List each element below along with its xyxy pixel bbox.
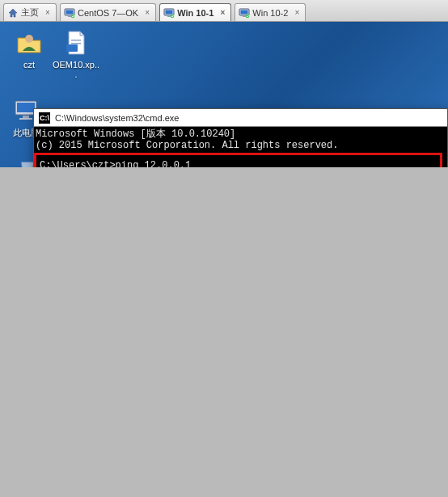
close-icon[interactable]: × xyxy=(218,8,227,18)
tab-strip: 主页 × CentOS 7—OK × Win 10-1 × Win 10-2 × xyxy=(0,0,448,22)
person-folder-icon xyxy=(15,28,44,57)
svg-point-12 xyxy=(25,35,33,43)
home-icon xyxy=(7,7,19,19)
desktop[interactable]: czt OEM10.xp... 此电脑 xyxy=(0,22,448,167)
svg-rect-5 xyxy=(166,10,173,14)
svg-rect-18 xyxy=(17,103,35,112)
tab-label: 主页 xyxy=(21,6,39,19)
svg-rect-10 xyxy=(243,15,246,17)
tab-label: Win 10-1 xyxy=(177,8,213,18)
close-icon[interactable]: × xyxy=(43,8,53,18)
monitor-icon xyxy=(163,7,175,19)
svg-rect-6 xyxy=(167,15,171,17)
cmd-icon: C:\ xyxy=(39,112,50,124)
cmd-titlebar[interactable]: C:\ C:\Windows\system32\cmd.exe xyxy=(34,109,447,127)
close-icon[interactable]: × xyxy=(142,8,152,18)
tab-label: Win 10-2 xyxy=(252,8,288,18)
icon-label: OEM10.xp... xyxy=(52,60,100,79)
monitor-icon xyxy=(239,7,250,19)
document-icon xyxy=(61,28,91,57)
svg-point-7 xyxy=(171,14,175,18)
tab-win10-2[interactable]: Win 10-2 × xyxy=(235,3,306,21)
monitor-icon xyxy=(64,7,75,19)
svg-rect-2 xyxy=(68,15,71,17)
svg-rect-9 xyxy=(241,10,248,14)
svg-point-3 xyxy=(71,14,75,18)
cropped-area xyxy=(0,167,448,497)
file-oem-icon[interactable]: OEM10.xp... xyxy=(52,28,100,79)
cmd-output-line: Microsoft Windows [版本 10.0.10240] xyxy=(34,128,447,140)
cmd-title-text: C:\Windows\system32\cmd.exe xyxy=(55,113,179,123)
svg-rect-1 xyxy=(66,10,74,14)
svg-rect-16 xyxy=(66,44,78,52)
svg-rect-13 xyxy=(71,40,81,41)
svg-rect-14 xyxy=(71,43,81,44)
tab-centos[interactable]: CentOS 7—OK × xyxy=(60,3,156,21)
tab-label: CentOS 7—OK xyxy=(78,8,138,18)
svg-point-11 xyxy=(246,14,250,18)
close-icon[interactable]: × xyxy=(292,8,302,18)
svg-rect-20 xyxy=(19,118,32,120)
tab-home[interactable]: 主页 × xyxy=(3,3,57,21)
cmd-output-line: (c) 2015 Microsoft Corporation. All righ… xyxy=(34,140,447,151)
svg-rect-19 xyxy=(23,116,29,118)
user-folder-icon[interactable]: czt xyxy=(5,28,53,69)
tab-win10-1[interactable]: Win 10-1 × xyxy=(159,3,231,21)
icon-label: czt xyxy=(5,60,53,69)
